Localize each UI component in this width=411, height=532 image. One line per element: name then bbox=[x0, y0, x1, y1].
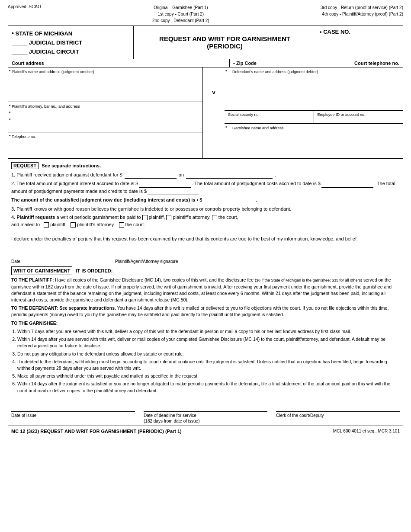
signature-field: Plaintiff/Agent/Attorney signature bbox=[115, 250, 400, 264]
date-line[interactable] bbox=[11, 250, 106, 258]
court-phone-label: Court telephone no. bbox=[316, 59, 403, 67]
header-bullet: • bbox=[12, 30, 14, 37]
empid-box: Employee ID or account no. bbox=[314, 111, 403, 123]
zip-code-label: • Zip Code bbox=[230, 59, 316, 67]
clerk-line[interactable] bbox=[276, 404, 400, 412]
plaintiff-name-label: Plaintiff's name and address (judgment c… bbox=[12, 70, 94, 74]
defendant-name-label: Defendant's name and address (judgment d… bbox=[232, 70, 318, 74]
date-label: Date bbox=[11, 259, 106, 264]
signature-row: Date Plaintiff/Agent/Attorney signature bbox=[8, 250, 403, 264]
request-item-2: 2. The total amount of judgment interest… bbox=[11, 180, 400, 195]
court-address-label: Court address bbox=[8, 59, 230, 67]
approved-label: Approved, SCAO bbox=[8, 4, 41, 24]
copies-center: Original - Garnishee (Part 1) 1st copy -… bbox=[152, 4, 209, 24]
request-item-3: 3. Plaintiff knows or with good reason b… bbox=[11, 205, 400, 213]
item2-field3 bbox=[148, 188, 199, 195]
writ-box-label: WRIT OF GARNISHMENT bbox=[11, 266, 72, 276]
garnishee-bullet: • bbox=[225, 125, 227, 129]
district-line: _____ JUDICIAL DISTRICT bbox=[12, 39, 82, 46]
state-line: STATE OF MICHIGAN bbox=[16, 30, 73, 37]
header-title: REQUEST AND WRIT FOR GARNISHMENT (PERIOD… bbox=[134, 26, 316, 59]
checkbox-court[interactable] bbox=[212, 215, 217, 220]
defendant-name-box: • Defendant's name and address (judgment… bbox=[225, 67, 403, 111]
checkbox-plaintiff[interactable] bbox=[142, 215, 148, 220]
writ-list-item: Do not pay any obligations to the defend… bbox=[17, 351, 400, 357]
request-box-label: REQUEST bbox=[11, 162, 39, 169]
date-deadline-label: Date of deadline for service (182 days f… bbox=[144, 413, 267, 424]
item-bold-field bbox=[203, 196, 255, 204]
checkbox-mailed-plaintiff[interactable] bbox=[44, 222, 49, 228]
writ-garnishee-header-label: TO THE GARNISHEE: bbox=[11, 320, 400, 327]
clerk-label: Clerk of the court/Deputy bbox=[276, 413, 400, 418]
case-no-label: • CASE NO. bbox=[316, 26, 403, 59]
declaration-section: I declare under the penalties of perjury… bbox=[8, 231, 403, 245]
writ-plaintiff-para: TO THE PLAINTIFF: Have all copies of the… bbox=[11, 277, 400, 303]
plaintiff-phone-label: Telephone no. bbox=[12, 135, 36, 139]
request-item-bold: The amount of the unsatisfied judgment n… bbox=[11, 196, 400, 204]
bottom-section: Date of issue Date of deadline for servi… bbox=[8, 402, 403, 424]
plaintiff-name-box: Plaintiff's name and address (judgment c… bbox=[8, 67, 202, 102]
v-separator: v bbox=[212, 89, 215, 96]
writ-section: WRIT OF GARNISHMENT IT IS ORDERED: TO TH… bbox=[8, 264, 403, 398]
date-issue-label: Date of issue bbox=[11, 413, 135, 418]
plaintiff-atty-box: Plaintiff's attorney, bar no., and addre… bbox=[8, 102, 202, 132]
writ-ordered: IT IS ORDERED: bbox=[76, 267, 112, 275]
date-issue-field: Date of issue bbox=[11, 404, 135, 418]
writ-list-item: Within 14 days after you are served with… bbox=[17, 336, 400, 349]
plaintiff-bullet5: • bbox=[9, 117, 11, 122]
checkbox-mailed-court[interactable] bbox=[119, 222, 124, 228]
sig-line[interactable] bbox=[115, 250, 400, 258]
writ-defendant-para: TO THE DEFENDANT: See separate instructi… bbox=[11, 305, 400, 318]
footer-left: MC 12 (3/23) REQUEST AND WRIT FOR GARNIS… bbox=[11, 429, 182, 434]
footer-row: MC 12 (3/23) REQUEST AND WRIT FOR GARNIS… bbox=[8, 426, 403, 435]
see-instructions: See separate instructions. bbox=[42, 163, 101, 168]
writ-title-row: WRIT OF GARNISHMENT IT IS ORDERED: bbox=[11, 266, 400, 276]
request-item-4: 4. Plaintiff requests a writ of periodic… bbox=[11, 214, 400, 228]
footer-right: MCL 600.4011 et seq., MCR 3.101 bbox=[333, 429, 400, 433]
copies-right: 3rd copy - Return (proof of service) (Pa… bbox=[321, 4, 403, 24]
ssn-row: Social security no. Employee ID or accou… bbox=[225, 111, 403, 124]
writ-list-item: If indebted to the defendant, withholdin… bbox=[17, 359, 400, 372]
declaration-text: I declare under the penalties of perjury… bbox=[11, 235, 400, 243]
writ-list-item: Make all payments withheld under this wr… bbox=[17, 373, 400, 379]
plaintiff-bullet7: • bbox=[9, 133, 11, 138]
header-left: • STATE OF MICHIGAN _____ JUDICIAL DISTR… bbox=[8, 26, 134, 59]
date-deadline-line[interactable] bbox=[144, 404, 267, 412]
plaintiff-bullet1: • bbox=[9, 68, 11, 73]
item2-field1 bbox=[139, 180, 191, 188]
writ-fee-note: ($6 if the State of Michigan is the garn… bbox=[255, 278, 362, 282]
garnishee-box: • Garnishee name and address bbox=[225, 124, 403, 158]
writ-defendant-header: TO THE DEFENDANT: See separate instructi… bbox=[11, 305, 116, 311]
sig-label: Plaintiff/Agent/Attorney signature bbox=[115, 259, 400, 264]
writ-garnishee-list: Within 7 days after you are served with … bbox=[17, 328, 400, 394]
writ-list-item: Within 7 days after you are served with … bbox=[17, 328, 400, 335]
writ-list-item: Within 14 days after the judgment is sat… bbox=[17, 381, 400, 394]
writ-body: TO THE PLAINTIFF: Have all copies of the… bbox=[11, 277, 400, 394]
ssn-box: Social security no. bbox=[225, 111, 314, 123]
checkbox-mailed-atty[interactable] bbox=[71, 222, 76, 228]
item1-field1 bbox=[125, 171, 177, 179]
plaintiff-requests-bold: Plaintiff requests bbox=[16, 215, 55, 220]
writ-plaintiff-header: TO THE PLAINTIFF: bbox=[11, 277, 54, 282]
defendant-bullet: • bbox=[225, 68, 227, 73]
checkbox-atty[interactable] bbox=[166, 215, 171, 220]
plaintiff-atty-label: Plaintiff's attorney, bar no., and addre… bbox=[12, 104, 80, 109]
clerk-field: Clerk of the court/Deputy bbox=[276, 404, 400, 418]
item1-field2 bbox=[186, 171, 273, 179]
plaintiff-phone-box: Telephone no. • bbox=[8, 132, 202, 150]
date-deadline-field: Date of deadline for service (182 days f… bbox=[144, 404, 267, 424]
request-section: REQUEST See separate instructions. 1. Pl… bbox=[8, 159, 403, 231]
circuit-line: _____ JUDICIAL CIRCUIT bbox=[12, 48, 79, 55]
request-item-1: 1. Plaintiff received judgment against d… bbox=[11, 171, 400, 179]
plaintiff-bullet3: • bbox=[9, 103, 11, 108]
garnishee-label: Garnishee name and address bbox=[232, 126, 284, 130]
date-issue-line[interactable] bbox=[11, 404, 135, 412]
date-field: Date bbox=[11, 250, 106, 264]
item2-field2 bbox=[321, 180, 373, 188]
plaintiff-bullet4: • bbox=[9, 110, 11, 115]
